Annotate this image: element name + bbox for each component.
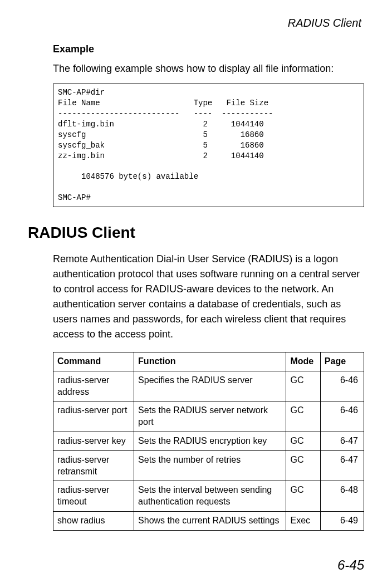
cell-page: 6-46 [320,371,364,401]
cell-function: Sets the number of retries [134,450,286,481]
table-row: radius-server retransmit Sets the number… [53,450,364,481]
cell-function: Specifies the RADIUS server [134,371,286,401]
cell-command: show radius [53,512,134,531]
running-header: RADIUS Client [28,17,364,30]
cell-page: 6-46 [320,401,364,432]
cell-command: radius-server port [53,401,134,432]
header-function: Function [134,352,286,371]
cell-command: radius-server key [53,432,134,451]
table-header-row: Command Function Mode Page [53,352,364,371]
table-row: radius-server key Sets the RADIUS encryp… [53,432,364,451]
cell-mode: GC [286,481,320,512]
cell-page: 6-48 [320,481,364,512]
header-mode: Mode [286,352,320,371]
page-number: 6-45 [337,557,364,573]
cell-page: 6-47 [320,450,364,481]
cell-page: 6-49 [320,512,364,531]
table-row: radius-server timeout Sets the interval … [53,481,364,512]
cell-mode: Exec [286,512,320,531]
cell-function: Sets the RADIUS encryption key [134,432,286,451]
cell-page: 6-47 [320,432,364,451]
section-body-text: Remote Authentication Dial-in User Servi… [53,252,364,342]
cell-command: radius-server address [53,371,134,401]
cell-function: Sets the RADIUS server network port [134,401,286,432]
table-row: radius-server address Specifies the RADI… [53,371,364,401]
cell-command: radius-server timeout [53,481,134,512]
cell-function: Shows the current RADIUS settings [134,512,286,531]
cell-mode: GC [286,450,320,481]
cell-function: Sets the interval between sending authen… [134,481,286,512]
cell-command: radius-server retransmit [53,450,134,481]
table-row: show radius Shows the current RADIUS set… [53,512,364,531]
code-block: SMC-AP#dir File Name Type File Size ----… [53,84,364,207]
example-heading: Example [53,43,364,55]
table-row: radius-server port Sets the RADIUS serve… [53,401,364,432]
cell-mode: GC [286,401,320,432]
example-intro-text: The following example shows how to displ… [53,62,364,75]
cell-mode: GC [286,432,320,451]
command-table: Command Function Mode Page radius-server… [53,352,364,531]
section-heading: RADIUS Client [28,224,364,242]
header-page: Page [320,352,364,371]
header-command: Command [53,352,134,371]
cell-mode: GC [286,371,320,401]
